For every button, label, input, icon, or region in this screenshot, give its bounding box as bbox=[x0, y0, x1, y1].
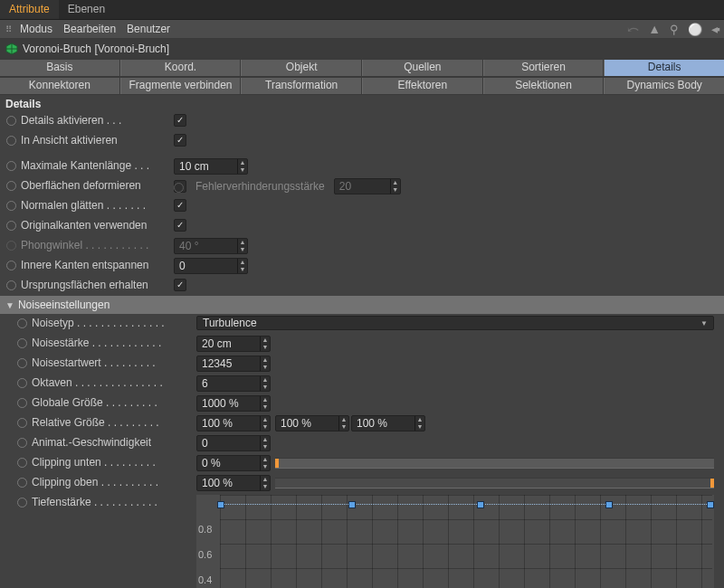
object-title-row: Voronoi-Bruch [Voronoi-Bruch] bbox=[0, 39, 724, 59]
tab-selektionen[interactable]: Selektionen bbox=[483, 78, 605, 94]
voronoi-icon bbox=[5, 43, 18, 55]
anim-dot[interactable] bbox=[17, 398, 27, 408]
label-error-strength: Fehlerverhinderungsstärke bbox=[195, 180, 325, 193]
input-noise-octaves[interactable]: 6 ▲▼ bbox=[196, 375, 271, 392]
anim-dot[interactable] bbox=[17, 418, 27, 428]
label-surf-deform: Oberflächen deformieren bbox=[21, 179, 141, 192]
group-noise-header[interactable]: ▼ Noiseeinstellungen bbox=[0, 296, 724, 314]
tab-layers[interactable]: Ebenen bbox=[59, 0, 114, 19]
anim-dot[interactable] bbox=[17, 378, 27, 388]
tab-effektoren[interactable]: Effektoren bbox=[362, 78, 483, 94]
anim-dot[interactable] bbox=[6, 221, 16, 231]
anim-dot[interactable] bbox=[17, 458, 27, 468]
row-normals-smooth: Normalen glätten . . . . . . . ✓ bbox=[6, 196, 719, 216]
label-inner-edges: Innere Kanten entspannen bbox=[21, 259, 148, 271]
label-phongwinkel: Phongwinkel . . . . . . . . . . . bbox=[21, 239, 148, 251]
slider-clip-high[interactable] bbox=[275, 478, 714, 488]
checkbox-orig-edges[interactable]: ✓ bbox=[174, 219, 186, 232]
row-orig-edges: Originalkanten verwenden ✓ bbox=[6, 216, 719, 236]
tab-objekt[interactable]: Objekt bbox=[241, 60, 362, 76]
row-noise-seed: Noisestartwert . . . . . . . . . 12345 ▲… bbox=[6, 354, 719, 374]
spline-knot[interactable] bbox=[217, 501, 224, 508]
input-noise-strength[interactable]: 20 cm ▲▼ bbox=[196, 336, 271, 352]
search-icon[interactable]: ⚲ bbox=[670, 23, 679, 36]
spline-graph[interactable]: 0.8 0.6 0.4 bbox=[196, 495, 714, 588]
row-clip-high: Clipping oben . . . . . . . . . . 100 % … bbox=[6, 473, 719, 493]
slider-clip-low[interactable] bbox=[275, 458, 714, 469]
object-name: Voronoi-Bruch [Voronoi-Bruch] bbox=[23, 43, 169, 55]
anim-dot[interactable] bbox=[6, 261, 16, 270]
row-depth-strength: Tiefenstärke . . . . . . . . . . . 0.8 0… bbox=[6, 493, 719, 588]
label-max-edge-len: Maximale Kantenlänge . . . bbox=[21, 159, 149, 172]
menu-user[interactable]: Benutzer bbox=[127, 23, 170, 35]
tab-dynamics[interactable]: Dynamics Body bbox=[604, 78, 724, 94]
tab-quellen[interactable]: Quellen bbox=[362, 60, 483, 76]
label-details-activate: Details aktivieren . . . bbox=[21, 114, 121, 127]
tab-sortieren[interactable]: Sortieren bbox=[483, 60, 605, 76]
row-inner-edges: Innere Kanten entspannen 0 ▲▼ bbox=[6, 256, 719, 276]
input-clip-high[interactable]: 100 % ▲▼ bbox=[196, 475, 271, 491]
input-global-scale[interactable]: 1000 % ▲▼ bbox=[196, 395, 271, 412]
spline-knot[interactable] bbox=[605, 501, 613, 508]
anim-dot[interactable] bbox=[6, 136, 16, 146]
tab-transformation[interactable]: Transformation bbox=[241, 78, 362, 94]
tab-fragmente[interactable]: Fragmente verbinden bbox=[120, 78, 242, 94]
anim-dot[interactable] bbox=[6, 161, 16, 171]
y-tick-06: 0.6 bbox=[198, 549, 212, 560]
spline-knot[interactable] bbox=[348, 501, 356, 508]
lock-icon[interactable]: ⚪ bbox=[688, 23, 702, 36]
tab-details[interactable]: Details bbox=[604, 60, 724, 76]
y-tick-08: 0.8 bbox=[198, 524, 212, 535]
row-noise-global-scale: Globale Größe . . . . . . . . . 1000 % ▲… bbox=[6, 394, 719, 413]
menu-bar: ⠿ Modus Bearbeiten Benutzer ⤺ ▲ ⚲ ⚪ ◂▪ bbox=[0, 20, 724, 39]
row-surf-deform: Oberflächen deformieren Fehlerverhinderu… bbox=[6, 176, 719, 196]
anim-dot[interactable] bbox=[17, 318, 27, 328]
tab-koord[interactable]: Koord. bbox=[120, 60, 242, 76]
anim-dot bbox=[174, 183, 184, 193]
spline-knot[interactable] bbox=[477, 501, 484, 508]
object-tabs: Basis Koord. Objekt Quellen Sortieren De… bbox=[0, 59, 724, 95]
anim-dot[interactable] bbox=[17, 498, 27, 507]
input-phongwinkel: 40 ° ▲▼ bbox=[174, 238, 248, 254]
tab-attribute[interactable]: Attribute bbox=[0, 0, 59, 19]
anim-dot[interactable] bbox=[17, 478, 27, 488]
anim-dot[interactable] bbox=[6, 116, 16, 126]
up-arrow-icon[interactable]: ▲ bbox=[648, 22, 661, 36]
row-noise-octaves: Oktaven . . . . . . . . . . . . . . . 6 … bbox=[6, 374, 719, 394]
anim-dot[interactable] bbox=[17, 338, 27, 348]
dropdown-noise-type[interactable]: Turbulence ▼ bbox=[196, 316, 714, 330]
anim-dot bbox=[6, 241, 16, 251]
anim-dot[interactable] bbox=[6, 201, 16, 211]
spline-knot[interactable] bbox=[707, 501, 714, 508]
input-clip-low[interactable]: 0 % ▲▼ bbox=[196, 455, 271, 471]
menu-mode[interactable]: Modus bbox=[20, 23, 52, 35]
checkbox-keep-orig-faces[interactable]: ✓ bbox=[174, 279, 186, 291]
menu-icon[interactable]: ◂▪ bbox=[711, 22, 719, 36]
grip-icon[interactable]: ⠿ bbox=[5, 24, 14, 34]
input-relative-scale-x[interactable]: 100 % ▲▼ bbox=[196, 415, 271, 432]
label-relative-scale: Relative Größe . . . . . . . . . bbox=[32, 416, 159, 429]
checkbox-view-activate[interactable]: ✓ bbox=[174, 134, 186, 147]
anim-dot[interactable] bbox=[17, 438, 27, 448]
anim-dot[interactable] bbox=[6, 181, 16, 191]
row-noise-strength: Noisestärke . . . . . . . . . . . . 20 c… bbox=[6, 334, 719, 354]
disclosure-arrow-icon: ▼ bbox=[5, 300, 14, 310]
tab-konnektoren[interactable]: Konnektoren bbox=[0, 78, 120, 94]
anim-dot[interactable] bbox=[17, 358, 27, 368]
checkbox-normals-smooth[interactable]: ✓ bbox=[174, 199, 186, 212]
group-noise-title: Noiseeinstellungen bbox=[18, 299, 110, 311]
label-depth-strength: Tiefenstärke . . . . . . . . . . . bbox=[32, 496, 157, 508]
menu-edit[interactable]: Bearbeiten bbox=[63, 23, 116, 35]
input-relative-scale-z[interactable]: 100 % ▲▼ bbox=[351, 415, 425, 432]
row-noise-anim-speed: Animat.-Geschwindigkeit 0 ▲▼ bbox=[6, 433, 719, 453]
previous-icon[interactable]: ⤺ bbox=[627, 21, 639, 38]
checkbox-details-activate[interactable]: ✓ bbox=[174, 114, 186, 127]
anim-dot[interactable] bbox=[6, 280, 16, 290]
input-relative-scale-y[interactable]: 100 % ▲▼ bbox=[275, 415, 349, 432]
input-max-edge-len[interactable]: 10 cm ▲▼ bbox=[174, 158, 248, 175]
input-noise-seed[interactable]: 12345 ▲▼ bbox=[196, 356, 271, 372]
input-anim-speed[interactable]: 0 ▲▼ bbox=[196, 435, 271, 451]
label-noise-octaves: Oktaven . . . . . . . . . . . . . . . bbox=[32, 376, 163, 389]
tab-basis[interactable]: Basis bbox=[0, 60, 120, 76]
input-inner-edges[interactable]: 0 ▲▼ bbox=[174, 258, 248, 274]
